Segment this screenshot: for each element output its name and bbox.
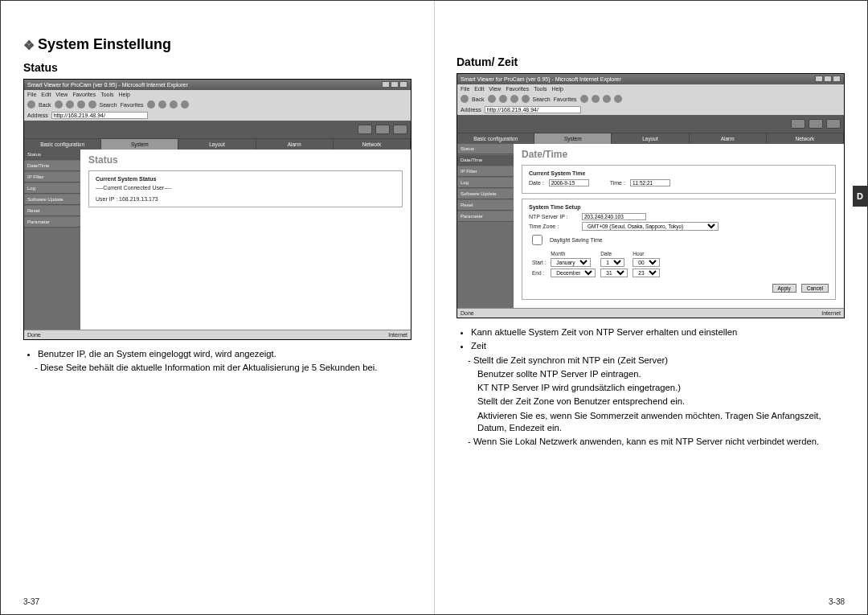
home-icon[interactable] (88, 100, 96, 109)
stop-icon[interactable] (499, 95, 507, 103)
cancel-button[interactable]: Cancel (801, 284, 829, 293)
sidebar-reset[interactable]: Reset (457, 200, 514, 211)
menu-edit[interactable]: Edit (474, 86, 484, 92)
tab-network[interactable]: Network (767, 133, 844, 144)
app-tabs: Basic configuration System Layout Alarm … (24, 138, 411, 150)
tab-system[interactable]: System (534, 133, 612, 144)
tab-network[interactable]: Network (334, 139, 411, 150)
tz-select[interactable]: GMT+09 (Seoul, Osaka, Sapporo, Tokyo) (582, 222, 719, 231)
title-bar: Smart Viewer for ProCam (ver 0.95) - Mic… (24, 80, 411, 90)
header-icon-1[interactable] (358, 125, 372, 134)
end-hour-select[interactable]: 23 (633, 269, 660, 277)
tab-basic[interactable]: Basic configuration (24, 139, 101, 150)
menu-help[interactable]: Help (119, 92, 130, 97)
sidebar-update[interactable]: Software Update (24, 195, 80, 205)
stop-icon[interactable] (66, 100, 74, 109)
home-icon[interactable] (522, 95, 530, 103)
history-icon[interactable] (158, 100, 166, 109)
print-icon[interactable] (614, 95, 622, 103)
search-button[interactable]: Search (100, 102, 117, 108)
tab-system[interactable]: System (101, 139, 178, 150)
r-bullet-2b: Benutzer sollte NTP Server IP eintragen. (477, 368, 845, 380)
menu-favorites[interactable]: Favorites (506, 86, 529, 92)
sidebar-update[interactable]: Software Update (457, 189, 514, 199)
apply-button[interactable]: Apply (772, 284, 796, 293)
header-icon-3[interactable] (826, 119, 841, 129)
toolbar[interactable]: Back Search Favorites (24, 99, 411, 110)
tab-basic[interactable]: Basic configuration (457, 133, 534, 144)
address-input[interactable] (485, 106, 581, 113)
menu-edit[interactable]: Edit (41, 92, 51, 97)
end-month-select[interactable]: December (551, 269, 596, 277)
toolbar[interactable]: Back Search Favorites (457, 93, 844, 105)
mail-icon[interactable] (170, 100, 178, 109)
sidebar-ipfilter[interactable]: IP Filter (457, 166, 514, 177)
sidebar-parameter[interactable]: Parameter (457, 211, 514, 222)
header-icon-2[interactable] (375, 125, 390, 134)
refresh-icon[interactable] (510, 95, 518, 103)
media-icon[interactable] (147, 100, 155, 109)
tab-layout[interactable]: Layout (178, 139, 256, 150)
date-input[interactable] (549, 179, 589, 187)
app-header (457, 115, 844, 133)
tab-layout[interactable]: Layout (612, 133, 689, 144)
sidebar-log[interactable]: Log (24, 183, 80, 194)
sidebar-ipfilter[interactable]: IP Filter (24, 172, 80, 182)
menu-help[interactable]: Help (552, 86, 563, 92)
browser-window-right: Smart Viewer for ProCam (ver 0.95) - Mic… (457, 73, 845, 318)
menu-tools[interactable]: Tools (534, 86, 547, 92)
header-icon-3[interactable] (393, 125, 407, 134)
sidebar-reset[interactable]: Reset (24, 206, 80, 216)
start-hour-select[interactable]: 00 (633, 258, 660, 267)
menu-view[interactable]: View (489, 86, 501, 92)
r-bullet-2: Zeit (471, 340, 845, 352)
content-area: Status Current System Status ----Current… (80, 150, 411, 330)
sidebar: Status Date/Time IP Filter Log Software … (457, 144, 514, 308)
sidebar-parameter[interactable]: Parameter (24, 217, 80, 228)
menu-view[interactable]: View (55, 92, 68, 97)
mail-icon[interactable] (603, 95, 611, 103)
sidebar-log[interactable]: Log (457, 178, 514, 188)
end-date-select[interactable]: 31 (600, 269, 628, 277)
header-icon-1[interactable] (791, 119, 805, 129)
address-input[interactable] (51, 112, 148, 119)
tab-alarm[interactable]: Alarm (690, 133, 767, 144)
menu-file[interactable]: File (27, 92, 36, 97)
status-left: Done (461, 310, 474, 316)
menu-tools[interactable]: Tools (100, 92, 113, 97)
panel-line1: ----Current Connected User---- (96, 185, 395, 191)
favorites-button[interactable]: Favorites (121, 102, 144, 108)
menu-favorites[interactable]: Favorites (72, 92, 96, 97)
menu-file[interactable]: File (461, 86, 469, 92)
sidebar-status[interactable]: Status (24, 150, 80, 160)
content-area: Date/Time Current System Time Date : Tim… (514, 144, 844, 308)
refresh-icon[interactable] (77, 100, 85, 109)
favorites-button[interactable]: Favorites (554, 96, 577, 102)
back-icon[interactable] (27, 100, 35, 109)
dst-checkbox[interactable] (532, 235, 542, 245)
media-icon[interactable] (580, 95, 588, 103)
browser-window-left: Smart Viewer for ProCam (ver 0.95) - Mic… (23, 79, 411, 340)
window-buttons[interactable] (814, 76, 841, 83)
sidebar-datetime[interactable]: Date/Time (24, 161, 80, 171)
print-icon[interactable] (181, 100, 189, 109)
ntp-input[interactable] (582, 213, 646, 220)
start-month-select[interactable]: January (551, 258, 591, 267)
window-buttons[interactable] (381, 81, 407, 88)
back-button[interactable]: Back (39, 102, 51, 108)
menu-bar[interactable]: File Edit View Favorites Tools Help (457, 84, 844, 93)
back-icon[interactable] (461, 95, 469, 103)
start-date-select[interactable]: 1 (600, 258, 624, 267)
header-icon-2[interactable] (809, 119, 823, 129)
search-button[interactable]: Search (533, 96, 551, 102)
forward-icon[interactable] (55, 100, 63, 109)
back-button[interactable]: Back (472, 96, 485, 102)
forward-icon[interactable] (488, 95, 496, 103)
panel-title: Current System Status (96, 176, 395, 182)
sidebar-status[interactable]: Status (457, 144, 514, 154)
sidebar-datetime[interactable]: Date/Time (457, 155, 514, 166)
history-icon[interactable] (592, 95, 600, 103)
menu-bar[interactable]: File Edit View Favorites Tools Help (24, 90, 411, 99)
tab-alarm[interactable]: Alarm (256, 139, 334, 150)
time-input[interactable] (630, 179, 670, 187)
